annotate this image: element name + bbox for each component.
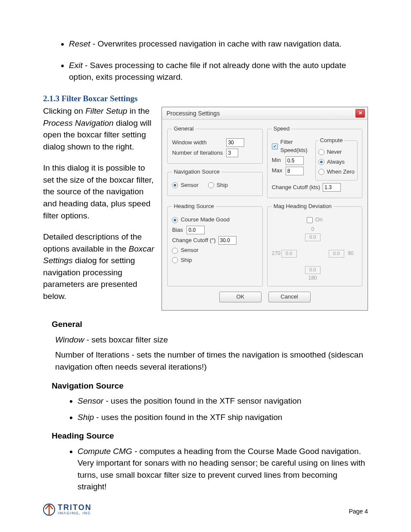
mag-on-check[interactable] — [307, 217, 313, 223]
compute-legend: Compute — [318, 137, 345, 145]
iterations-label: Number of Iterations — [172, 149, 224, 157]
heading-cmg-radio[interactable] — [172, 217, 178, 223]
mag-w-input[interactable]: 0.0 — [281, 250, 297, 258]
compute-group: Compute Never Always When Zero — [315, 137, 358, 180]
max-label: Max — [272, 167, 283, 175]
mag-n-input[interactable]: 0.0 — [305, 233, 321, 241]
mag-legend: Mag Heading Deviation — [272, 202, 333, 211]
close-icon[interactable]: ✕ — [355, 109, 365, 118]
sub-general: General — [52, 318, 368, 330]
bullet-reset: Reset - Overwrites processed navigation … — [69, 38, 368, 50]
iterations-input[interactable] — [226, 149, 238, 157]
paragraph-1: Clicking on Filter Setup in the Process … — [43, 105, 155, 152]
general-legend: General — [172, 125, 195, 133]
def-window: Window - sets boxcar filter size — [55, 334, 368, 346]
brand-name: TRITON — [58, 504, 92, 511]
filter-speed-label: Filter Speed(kts) — [280, 138, 312, 155]
compute-whenzero-radio[interactable] — [318, 169, 324, 175]
list-item: Sensor - uses the position found in the … — [78, 395, 368, 407]
paragraph-2: In this dialog it is possible to set the… — [43, 162, 155, 221]
max-input[interactable] — [286, 167, 304, 175]
ok-button[interactable]: OK — [219, 292, 262, 302]
change-cutoff-input[interactable] — [323, 183, 341, 192]
sub-nav: Navigation Source — [52, 380, 368, 392]
desc: - Saves processing to cache file if not … — [69, 61, 346, 82]
bias-input[interactable] — [187, 226, 205, 234]
triton-logo-icon — [43, 504, 55, 516]
min-input[interactable] — [286, 156, 304, 165]
brand-sub: IMAGING, INC — [58, 511, 92, 515]
bullet-exit: Exit - Saves processing to cache file if… — [69, 59, 368, 83]
heading-source-group: Heading Source Course Made Good Bias Cha… — [167, 202, 262, 286]
processing-settings-dialog: Processing Settings ✕ General Window wid… — [162, 107, 368, 311]
sub-heading: Heading Source — [52, 430, 368, 442]
brand-logo: TRITON IMAGING, INC — [43, 504, 92, 516]
heading-legend: Heading Source — [172, 202, 215, 211]
compass-widget: 0 180 270 90 0.0 0.0 0.0 0.0 — [272, 226, 354, 282]
mag-deviation-group: Mag Heading Deviation On 0 180 270 90 0.… — [267, 202, 362, 286]
top-bullet-list: Reset - Overwrites processed navigation … — [43, 38, 368, 83]
cancel-button[interactable]: Cancel — [268, 292, 311, 302]
change-cutoff-label: Change Cutoff (kts) — [272, 184, 320, 192]
nav-sensor-label: Sensor — [181, 181, 198, 190]
dialog-title: Processing Settings — [166, 109, 220, 118]
section-heading: 2.1.3 Filter Boxcar Settings — [43, 93, 368, 105]
compute-always-radio[interactable] — [318, 159, 324, 165]
heading-sensor-radio[interactable] — [172, 248, 178, 254]
nav-source-legend: Navigation Source — [172, 168, 221, 176]
mag-s-input[interactable]: 0.0 — [305, 266, 321, 274]
speed-legend: Speed — [272, 125, 292, 133]
window-width-input[interactable] — [226, 138, 244, 147]
speed-group: Speed Filter Speed(kts) Min — [267, 125, 362, 198]
mag-e-input[interactable]: 0.0 — [329, 250, 344, 258]
bias-label: Bias — [172, 226, 184, 234]
window-width-label: Window width — [172, 139, 224, 147]
list-item: Ship - uses the position found in the XT… — [78, 411, 368, 423]
nav-source-list: Sensor - uses the position found in the … — [43, 395, 368, 423]
page-number: Page 4 — [349, 507, 368, 516]
nav-sensor-radio[interactable] — [172, 182, 178, 188]
general-group: General Window width Number of Iteration… — [167, 125, 262, 164]
def-iterations: Number of Iterations - sets the number o… — [55, 349, 368, 373]
term: Exit — [69, 61, 83, 70]
min-label: Min — [272, 156, 283, 165]
desc: - Overwrites processed navigation in cac… — [90, 39, 342, 48]
dialog-titlebar[interactable]: Processing Settings ✕ — [162, 107, 367, 120]
term: Reset — [69, 39, 90, 48]
paragraph-3: Detailed descriptions of the options ava… — [43, 231, 155, 302]
heading-cutoff-input[interactable] — [218, 236, 237, 245]
nav-source-group: Navigation Source Sensor Ship — [167, 168, 262, 196]
nav-ship-radio[interactable] — [208, 182, 214, 188]
mag-on-label: On — [315, 216, 323, 224]
list-item: Compute CMG - computes a heading from th… — [78, 445, 368, 493]
heading-source-list: Compute CMG - computes a heading from th… — [43, 445, 368, 493]
heading-ship-radio[interactable] — [172, 257, 178, 263]
nav-ship-label: Ship — [217, 181, 228, 190]
compute-never-radio[interactable] — [318, 149, 324, 155]
filter-speed-check[interactable] — [272, 143, 278, 149]
heading-cutoff-label: Change Cutoff (°) — [172, 236, 215, 245]
